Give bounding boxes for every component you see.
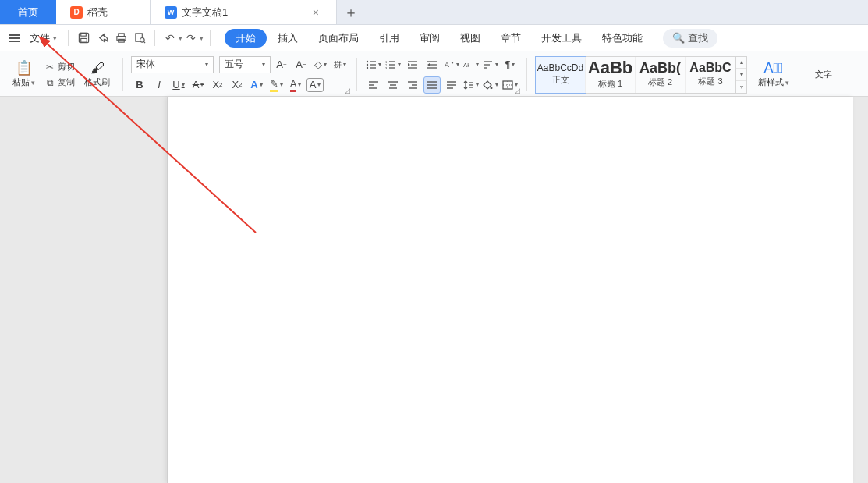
numbering-button[interactable]: 123 xyxy=(384,56,402,73)
font-dialog-launcher[interactable]: ◿ xyxy=(342,86,352,95)
redo-dropdown[interactable]: ▾ xyxy=(200,34,204,42)
undo-button[interactable]: ↶ xyxy=(161,30,179,47)
print-icon[interactable] xyxy=(112,30,129,47)
svg-text:A: A xyxy=(445,61,449,69)
svg-line-8 xyxy=(143,41,145,43)
text-tools-label: 文字 xyxy=(815,69,832,80)
clear-format-button[interactable]: ◇ xyxy=(312,56,329,73)
tab-document[interactable]: W 文字文稿1 × xyxy=(150,0,337,24)
text-direction-button[interactable]: A xyxy=(443,56,460,73)
share-icon[interactable] xyxy=(94,30,111,47)
close-icon[interactable]: × xyxy=(310,6,322,19)
style-heading1[interactable]: AaBb 标题 1 xyxy=(586,57,636,93)
paragraph-dialog-launcher[interactable]: ◿ xyxy=(512,86,522,95)
group-paragraph: 123 A Ał ¶ xyxy=(360,53,523,96)
redo-button[interactable]: ↷ xyxy=(182,30,200,47)
align-right-button[interactable] xyxy=(404,76,421,94)
ribbon-tab-references[interactable]: 引用 xyxy=(370,27,409,49)
new-style-label: 新样式 xyxy=(758,76,784,88)
format-painter-label: 格式刷 xyxy=(84,76,110,88)
font-color-button[interactable]: A xyxy=(287,76,304,94)
char-shading-button[interactable]: A xyxy=(306,78,324,92)
pinyin-guide-button[interactable]: 拼 xyxy=(331,56,349,73)
decrease-indent-button[interactable] xyxy=(404,56,421,73)
scissors-icon: ✂ xyxy=(44,62,55,73)
font-size-value: 五号 xyxy=(225,58,243,71)
bullets-button[interactable] xyxy=(365,56,382,73)
separator xyxy=(210,30,211,46)
separator xyxy=(68,30,69,46)
clipboard-icon: 📋 xyxy=(16,61,33,75)
style-scroll-up[interactable]: ▴ xyxy=(736,57,746,69)
word-doc-icon: W xyxy=(165,6,177,19)
highlight-button[interactable]: ✎ xyxy=(267,76,285,94)
align-justify-button[interactable] xyxy=(423,76,441,94)
new-style-button[interactable]: A̲ͣ 新样式▾ xyxy=(753,59,794,90)
align-left-button[interactable] xyxy=(365,76,382,94)
separator xyxy=(526,58,527,91)
svg-rect-2 xyxy=(80,38,87,42)
print-preview-icon[interactable] xyxy=(131,30,148,47)
ribbon-tab-view[interactable]: 视图 xyxy=(451,27,490,49)
new-tab-button[interactable]: ＋ xyxy=(337,0,365,24)
align-objects-button[interactable]: Ał xyxy=(462,56,480,73)
document-workspace xyxy=(0,97,868,483)
subscript-button[interactable]: X2 xyxy=(229,76,246,94)
separator xyxy=(154,30,155,46)
increase-indent-button[interactable] xyxy=(423,56,441,73)
shrink-font-button[interactable]: A− xyxy=(292,56,310,73)
font-name-value: 宋体 xyxy=(136,58,155,71)
font-name-combo[interactable]: 宋体▾ xyxy=(131,56,214,73)
ribbon-tab-chapter[interactable]: 章节 xyxy=(491,27,530,49)
style-heading3[interactable]: AaBbC 标题 3 xyxy=(686,57,735,93)
sort-button[interactable] xyxy=(482,56,499,73)
italic-button[interactable]: I xyxy=(151,76,168,94)
copy-button[interactable]: ⧉复制 xyxy=(43,76,76,89)
ribbon-tab-start[interactable]: 开始 xyxy=(225,29,267,48)
text-tools-button[interactable]: 文字 xyxy=(810,67,837,82)
ribbon-tab-review[interactable]: 审阅 xyxy=(410,27,449,49)
paste-label: 粘贴 xyxy=(12,76,30,88)
copy-icon: ⧉ xyxy=(44,77,55,88)
cut-button[interactable]: ✂剪切 xyxy=(43,60,76,73)
text-effects-button[interactable]: A xyxy=(248,76,265,94)
ribbon-tab-insert[interactable]: 插入 xyxy=(268,27,307,49)
font-size-combo[interactable]: 五号▾ xyxy=(219,56,271,73)
group-styles: AaBbCcDd 正文 AaBb 标题 1 AaBb( 标题 2 AaBbC 标… xyxy=(530,53,841,96)
ribbon-tabs: 开始 插入 页面布局 引用 审阅 视图 章节 开发工具 特色功能 xyxy=(225,27,652,49)
window-tabs: 首页 D 稻壳 W 文字文稿1 × ＋ xyxy=(0,0,868,25)
style-scroll-more[interactable]: ▿ xyxy=(736,80,746,93)
file-menu-label: 文件 xyxy=(30,31,50,45)
format-painter-button[interactable]: 🖌 格式刷 xyxy=(80,59,115,90)
chevron-down-icon: ▾ xyxy=(53,34,57,42)
svg-text:Ał: Ał xyxy=(463,62,469,69)
ribbon-tab-developer[interactable]: 开发工具 xyxy=(532,27,591,49)
underline-button[interactable]: U xyxy=(170,76,187,94)
save-icon[interactable] xyxy=(75,30,92,47)
style-heading2[interactable]: AaBb( 标题 2 xyxy=(636,57,686,93)
superscript-button[interactable]: X2 xyxy=(209,76,226,94)
style-gallery: AaBbCcDd 正文 AaBb 标题 1 AaBb( 标题 2 AaBbC 标… xyxy=(535,56,747,94)
paste-button[interactable]: 📋 粘贴▾ xyxy=(8,59,40,90)
bold-button[interactable]: B xyxy=(131,76,148,94)
show-marks-button[interactable]: ¶ xyxy=(501,56,519,73)
style-scroll-down[interactable]: ▾ xyxy=(736,68,746,80)
hamburger-menu-icon[interactable] xyxy=(6,31,23,45)
tab-home[interactable]: 首页 xyxy=(0,0,56,24)
ribbon-tab-features[interactable]: 特色功能 xyxy=(593,27,652,49)
ribbon-tab-layout[interactable]: 页面布局 xyxy=(309,27,368,49)
align-center-button[interactable] xyxy=(384,76,402,94)
tab-docke[interactable]: D 稻壳 xyxy=(56,0,150,24)
document-page[interactable] xyxy=(167,97,853,483)
shading-button[interactable] xyxy=(482,76,499,94)
search-button[interactable]: 🔍 查找 xyxy=(663,29,717,48)
tab-document-label: 文字文稿1 xyxy=(182,5,228,20)
docke-icon: D xyxy=(70,6,83,19)
align-distribute-button[interactable] xyxy=(443,76,460,94)
grow-font-button[interactable]: A+ xyxy=(273,56,290,73)
new-style-icon: A̲ͣ xyxy=(763,61,783,75)
line-spacing-button[interactable] xyxy=(462,76,480,94)
style-normal[interactable]: AaBbCcDd 正文 xyxy=(536,57,586,93)
file-menu[interactable]: 文件 ▾ xyxy=(25,28,62,48)
strike-button[interactable]: A xyxy=(190,76,207,94)
